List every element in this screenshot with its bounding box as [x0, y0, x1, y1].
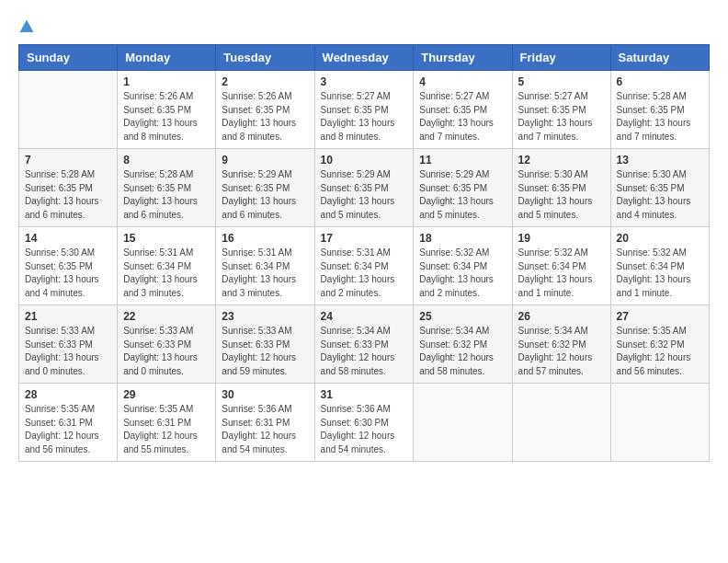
day-info: Sunrise: 5:26 AM Sunset: 6:35 PM Dayligh… — [123, 90, 210, 144]
logo — [18, 18, 39, 35]
calendar-cell: 5Sunrise: 5:27 AM Sunset: 6:35 PM Daylig… — [512, 71, 610, 149]
day-info: Sunrise: 5:26 AM Sunset: 6:35 PM Dayligh… — [222, 90, 308, 144]
day-number: 16 — [222, 232, 308, 245]
day-info: Sunrise: 5:31 AM Sunset: 6:34 PM Dayligh… — [222, 247, 308, 300]
calendar-cell — [414, 384, 512, 462]
day-number: 17 — [321, 232, 408, 245]
day-number: 21 — [25, 310, 111, 323]
day-number: 11 — [419, 154, 506, 167]
day-number: 18 — [419, 232, 506, 245]
calendar-cell: 7Sunrise: 5:28 AM Sunset: 6:35 PM Daylig… — [19, 149, 118, 227]
calendar-cell: 31Sunrise: 5:36 AM Sunset: 6:30 PM Dayli… — [314, 384, 414, 462]
day-info: Sunrise: 5:33 AM Sunset: 6:33 PM Dayligh… — [222, 325, 308, 378]
calendar-cell: 18Sunrise: 5:32 AM Sunset: 6:34 PM Dayli… — [414, 227, 512, 305]
calendar-cell: 4Sunrise: 5:27 AM Sunset: 6:35 PM Daylig… — [414, 71, 512, 149]
calendar-cell: 9Sunrise: 5:29 AM Sunset: 6:35 PM Daylig… — [216, 149, 314, 227]
calendar-cell: 10Sunrise: 5:29 AM Sunset: 6:35 PM Dayli… — [314, 149, 414, 227]
calendar-cell: 22Sunrise: 5:33 AM Sunset: 6:33 PM Dayli… — [118, 305, 216, 384]
calendar-header-row: SundayMondayTuesdayWednesdayThursdayFrid… — [19, 45, 710, 71]
header-day-monday: Monday — [118, 45, 216, 71]
day-number: 9 — [222, 154, 308, 167]
calendar-week-row: 28Sunrise: 5:35 AM Sunset: 6:31 PM Dayli… — [19, 384, 710, 462]
calendar-cell: 1Sunrise: 5:26 AM Sunset: 6:35 PM Daylig… — [118, 71, 216, 149]
day-number: 2 — [222, 75, 308, 88]
day-number: 14 — [25, 232, 111, 245]
header-day-sunday: Sunday — [19, 45, 118, 71]
day-number: 23 — [222, 310, 308, 323]
day-number: 22 — [123, 310, 210, 323]
day-info: Sunrise: 5:35 AM Sunset: 6:32 PM Dayligh… — [617, 325, 703, 378]
calendar-cell: 24Sunrise: 5:34 AM Sunset: 6:33 PM Dayli… — [314, 305, 414, 384]
calendar-cell — [610, 384, 709, 462]
day-number: 29 — [123, 388, 210, 401]
header-day-saturday: Saturday — [610, 45, 709, 71]
day-number: 7 — [25, 154, 111, 167]
day-info: Sunrise: 5:31 AM Sunset: 6:34 PM Dayligh… — [321, 247, 408, 300]
day-number: 31 — [321, 388, 408, 401]
day-info: Sunrise: 5:34 AM Sunset: 6:33 PM Dayligh… — [321, 325, 408, 378]
calendar-cell: 11Sunrise: 5:29 AM Sunset: 6:35 PM Dayli… — [414, 149, 512, 227]
day-info: Sunrise: 5:27 AM Sunset: 6:35 PM Dayligh… — [321, 90, 408, 144]
header-day-wednesday: Wednesday — [314, 45, 414, 71]
day-info: Sunrise: 5:30 AM Sunset: 6:35 PM Dayligh… — [518, 168, 605, 222]
day-number: 24 — [321, 310, 408, 323]
day-number: 19 — [518, 232, 605, 245]
calendar-week-row: 14Sunrise: 5:30 AM Sunset: 6:35 PM Dayli… — [19, 227, 710, 305]
day-info: Sunrise: 5:29 AM Sunset: 6:35 PM Dayligh… — [222, 168, 308, 222]
calendar-week-row: 21Sunrise: 5:33 AM Sunset: 6:33 PM Dayli… — [19, 305, 710, 384]
day-number: 3 — [321, 75, 408, 88]
day-number: 1 — [123, 75, 210, 88]
day-number: 5 — [518, 75, 605, 88]
calendar-cell: 30Sunrise: 5:36 AM Sunset: 6:31 PM Dayli… — [216, 384, 314, 462]
day-info: Sunrise: 5:29 AM Sunset: 6:35 PM Dayligh… — [321, 168, 408, 222]
header — [18, 18, 710, 35]
day-info: Sunrise: 5:33 AM Sunset: 6:33 PM Dayligh… — [25, 325, 111, 378]
calendar-cell: 20Sunrise: 5:32 AM Sunset: 6:34 PM Dayli… — [610, 227, 709, 305]
calendar-cell — [19, 71, 118, 149]
calendar-cell: 19Sunrise: 5:32 AM Sunset: 6:34 PM Dayli… — [512, 227, 610, 305]
day-number: 27 — [617, 310, 703, 323]
header-day-friday: Friday — [512, 45, 610, 71]
day-number: 15 — [123, 232, 210, 245]
svg-rect-1 — [26, 26, 28, 33]
day-info: Sunrise: 5:32 AM Sunset: 6:34 PM Dayligh… — [518, 247, 605, 300]
calendar-cell: 12Sunrise: 5:30 AM Sunset: 6:35 PM Dayli… — [512, 149, 610, 227]
calendar-cell: 29Sunrise: 5:35 AM Sunset: 6:31 PM Dayli… — [118, 384, 216, 462]
day-number: 13 — [617, 154, 703, 167]
day-number: 26 — [518, 310, 605, 323]
calendar-cell: 23Sunrise: 5:33 AM Sunset: 6:33 PM Dayli… — [216, 305, 314, 384]
day-number: 12 — [518, 154, 605, 167]
calendar-cell: 13Sunrise: 5:30 AM Sunset: 6:35 PM Dayli… — [610, 149, 709, 227]
calendar-week-row: 1Sunrise: 5:26 AM Sunset: 6:35 PM Daylig… — [19, 71, 710, 149]
day-info: Sunrise: 5:33 AM Sunset: 6:33 PM Dayligh… — [123, 325, 210, 378]
day-number: 10 — [321, 154, 408, 167]
day-info: Sunrise: 5:35 AM Sunset: 6:31 PM Dayligh… — [123, 403, 210, 456]
day-number: 4 — [419, 75, 506, 88]
calendar-cell: 26Sunrise: 5:34 AM Sunset: 6:32 PM Dayli… — [512, 305, 610, 384]
calendar-cell: 15Sunrise: 5:31 AM Sunset: 6:34 PM Dayli… — [118, 227, 216, 305]
calendar: SundayMondayTuesdayWednesdayThursdayFrid… — [18, 44, 710, 462]
calendar-cell: 21Sunrise: 5:33 AM Sunset: 6:33 PM Dayli… — [19, 305, 118, 384]
calendar-cell: 16Sunrise: 5:31 AM Sunset: 6:34 PM Dayli… — [216, 227, 314, 305]
day-info: Sunrise: 5:36 AM Sunset: 6:31 PM Dayligh… — [222, 403, 308, 456]
day-number: 28 — [25, 388, 111, 401]
logo-icon — [18, 18, 35, 35]
calendar-cell: 17Sunrise: 5:31 AM Sunset: 6:34 PM Dayli… — [314, 227, 414, 305]
day-number: 30 — [222, 388, 308, 401]
day-number: 20 — [617, 232, 703, 245]
calendar-cell: 8Sunrise: 5:28 AM Sunset: 6:35 PM Daylig… — [118, 149, 216, 227]
calendar-cell: 14Sunrise: 5:30 AM Sunset: 6:35 PM Dayli… — [19, 227, 118, 305]
calendar-cell: 27Sunrise: 5:35 AM Sunset: 6:32 PM Dayli… — [610, 305, 709, 384]
day-info: Sunrise: 5:27 AM Sunset: 6:35 PM Dayligh… — [518, 90, 605, 144]
day-info: Sunrise: 5:34 AM Sunset: 6:32 PM Dayligh… — [419, 325, 506, 378]
day-info: Sunrise: 5:32 AM Sunset: 6:34 PM Dayligh… — [617, 247, 703, 300]
calendar-cell: 6Sunrise: 5:28 AM Sunset: 6:35 PM Daylig… — [610, 71, 709, 149]
day-info: Sunrise: 5:28 AM Sunset: 6:35 PM Dayligh… — [25, 168, 111, 222]
header-day-tuesday: Tuesday — [216, 45, 314, 71]
day-number: 25 — [419, 310, 506, 323]
calendar-cell — [512, 384, 610, 462]
day-number: 8 — [123, 154, 210, 167]
calendar-week-row: 7Sunrise: 5:28 AM Sunset: 6:35 PM Daylig… — [19, 149, 710, 227]
day-info: Sunrise: 5:35 AM Sunset: 6:31 PM Dayligh… — [25, 403, 111, 456]
day-info: Sunrise: 5:36 AM Sunset: 6:30 PM Dayligh… — [321, 403, 408, 456]
